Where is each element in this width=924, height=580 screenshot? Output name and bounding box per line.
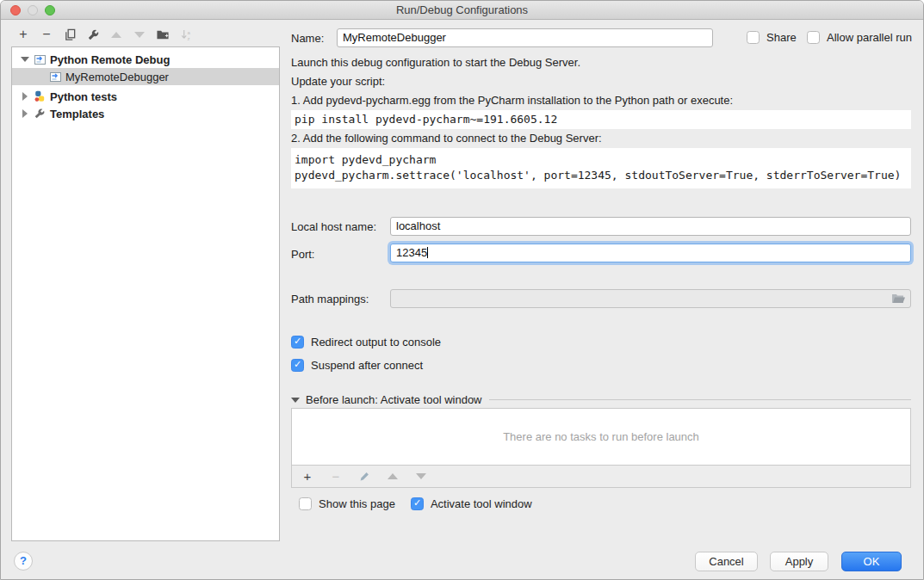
close-button[interactable]	[10, 5, 21, 15]
move-task-down-icon	[414, 470, 428, 484]
add-task-button[interactable]: +	[301, 470, 314, 484]
port-input[interactable]: 12345	[390, 244, 911, 262]
apply-button[interactable]: Apply	[770, 552, 828, 571]
path-mappings-input[interactable]	[390, 289, 911, 308]
local-host-input[interactable]: localhost	[390, 217, 911, 236]
suspend-after-connect-row: Suspend after connect	[291, 359, 423, 372]
open-folder-icon[interactable]	[891, 293, 906, 307]
before-launch-task-list[interactable]: There are no tasks to run before launch	[291, 408, 911, 466]
svg-text:z: z	[187, 35, 189, 41]
redirect-output-checkbox[interactable]	[291, 336, 304, 349]
add-configuration-button[interactable]: +	[16, 28, 30, 41]
path-mappings-label: Path mappings:	[291, 293, 369, 305]
before-launch-toolbar: + −	[291, 466, 911, 488]
new-folder-icon[interactable]	[156, 28, 170, 41]
pip-install-command[interactable]: pip install pydevd-pycharm~=191.6605.12	[291, 110, 911, 129]
configuration-editor: Name: MyRemoteDebugger Share Allow paral…	[291, 1, 916, 580]
name-label: Name:	[291, 32, 324, 45]
tree-item-label: Python Remote Debug	[50, 53, 170, 66]
chevron-right-icon[interactable]	[19, 109, 31, 118]
port-row: Port: 12345	[291, 244, 916, 266]
name-input[interactable]: MyRemoteDebugger	[337, 28, 713, 47]
allow-parallel-run-checkbox[interactable]	[807, 31, 820, 44]
name-row: Name: MyRemoteDebugger Share Allow paral…	[291, 28, 916, 49]
code-line-settrace: pydevd_pycharm.settrace('localhost', por…	[295, 168, 908, 183]
settrace-code-block[interactable]: import pydevd_pycharm pydevd_pycharm.set…	[291, 148, 911, 188]
code-line-import: import pydevd_pycharm	[295, 152, 908, 168]
intro-text: Launch this debug configuration to start…	[291, 56, 580, 69]
redirect-output-row: Redirect output to console	[291, 336, 441, 349]
move-down-icon	[133, 28, 146, 41]
remote-debug-config-icon	[48, 70, 62, 83]
empty-tasks-text: There are no tasks to run before launch	[503, 430, 699, 443]
copy-configuration-icon[interactable]	[63, 28, 77, 41]
remote-debug-config-icon	[33, 52, 47, 66]
local-host-label: Local host name:	[291, 220, 376, 233]
tree-item-python-remote-debug[interactable]: Python Remote Debug	[12, 51, 279, 68]
edit-templates-wrench-icon[interactable]	[86, 28, 100, 41]
allow-parallel-checkbox-row: Allow parallel run	[807, 31, 912, 44]
local-host-row: Local host name: localhost	[291, 217, 916, 238]
tree-item-templates[interactable]: Templates	[12, 105, 279, 122]
text-caret	[427, 247, 428, 258]
ok-button[interactable]: OK	[841, 552, 902, 571]
redirect-output-label: Redirect output to console	[311, 336, 441, 349]
section-divider	[489, 399, 911, 400]
run-debug-configurations-dialog: Run/Debug Configurations + − az Python R…	[0, 0, 924, 580]
show-this-page-row: Show this page	[299, 497, 395, 510]
remove-task-button: −	[329, 470, 343, 484]
show-this-page-checkbox[interactable]	[299, 497, 312, 510]
activate-tool-window-row: Activate tool window	[411, 497, 532, 510]
show-this-page-label: Show this page	[319, 497, 395, 510]
step2-text: 2. Add the following command to connect …	[291, 132, 602, 145]
sort-alphabetically-icon: az	[179, 28, 193, 41]
allow-parallel-run-label: Allow parallel run	[827, 31, 912, 44]
chevron-right-icon[interactable]	[19, 92, 31, 101]
wrench-icon	[33, 107, 47, 120]
path-mappings-row: Path mappings:	[291, 289, 916, 310]
chevron-down-icon[interactable]	[19, 57, 31, 62]
before-launch-title: Before launch: Activate tool window	[306, 393, 482, 406]
share-checkbox[interactable]	[747, 31, 760, 44]
remove-configuration-button[interactable]: −	[40, 28, 53, 41]
configurations-toolbar: + − az	[16, 27, 193, 42]
share-checkbox-row: Share	[747, 31, 797, 44]
tree-item-label: Templates	[50, 108, 104, 120]
before-launch-header[interactable]: Before launch: Activate tool window	[291, 393, 911, 406]
suspend-after-connect-checkbox[interactable]	[291, 359, 304, 372]
update-script-text: Update your script:	[291, 75, 385, 88]
suspend-after-connect-label: Suspend after connect	[311, 359, 423, 372]
move-up-icon	[109, 28, 123, 41]
chevron-down-icon[interactable]	[291, 398, 300, 403]
tree-item-label: Python tests	[50, 90, 117, 103]
port-label: Port:	[291, 248, 314, 261]
tree-item-label: MyRemoteDebugger	[65, 71, 169, 83]
move-task-up-icon	[386, 470, 400, 484]
python-tests-icon	[33, 89, 47, 103]
edit-task-pencil-icon	[357, 470, 371, 484]
svg-text:a: a	[187, 28, 190, 34]
tree-item-python-tests[interactable]: Python tests	[12, 88, 279, 105]
activate-tool-window-label: Activate tool window	[431, 497, 532, 510]
step1-text: 1. Add pydevd-pycharm.egg from the PyCha…	[291, 94, 733, 107]
share-label: Share	[766, 31, 797, 44]
cancel-button[interactable]: Cancel	[695, 552, 758, 571]
configurations-tree: Python Remote Debug MyRemoteDebugger Pyt…	[11, 46, 280, 541]
page-options-row: Show this page Activate tool window	[299, 497, 532, 510]
activate-tool-window-checkbox[interactable]	[411, 497, 424, 510]
zoom-button[interactable]	[45, 5, 55, 15]
help-button[interactable]: ?	[14, 552, 33, 571]
minimize-button	[28, 5, 38, 15]
tree-item-myremotedebugger[interactable]: MyRemoteDebugger	[12, 68, 279, 85]
